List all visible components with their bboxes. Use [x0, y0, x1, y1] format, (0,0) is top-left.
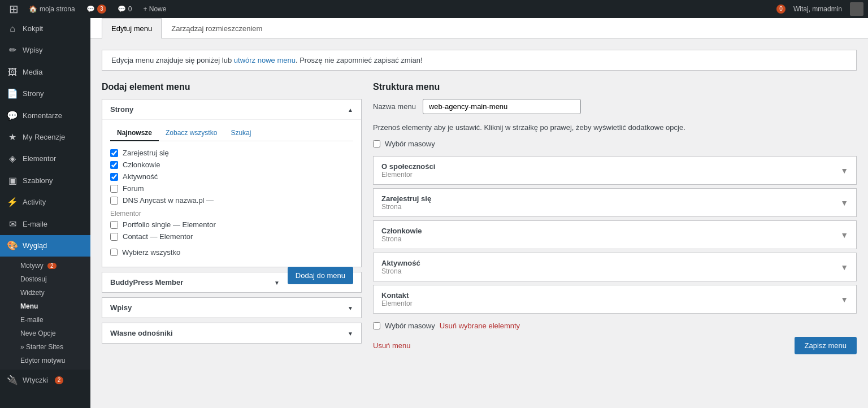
- sidebar-item-strony[interactable]: 📄 Strony: [0, 83, 90, 105]
- sidebar-item-wyglad[interactable]: 🎨 Wygląd: [0, 235, 90, 257]
- list-item: Contact — Elementor: [110, 231, 353, 242]
- elementor-icon: ◈: [7, 153, 18, 165]
- menu-item-expand-icon[interactable]: ▼: [840, 263, 848, 272]
- responses-link[interactable]: 💬 0: [112, 5, 138, 13]
- pages-list: Zarejestruj się Członkowie Aktywność: [110, 147, 353, 242]
- sidebar-subitem-dostosuj[interactable]: Dostosuj: [0, 272, 90, 286]
- sidebar-item-szablony[interactable]: ▣ Szablony: [0, 170, 90, 192]
- comments-icon: 💬: [7, 110, 18, 122]
- menu-item-spolecznosc: O społeczności Elementor ▼: [373, 156, 857, 185]
- menu-name-input[interactable]: [423, 99, 581, 114]
- inner-tabs: Najnowsze Zobacz wszystko Szukaj: [110, 125, 353, 141]
- appearance-icon: 🎨: [7, 240, 18, 252]
- delete-selected-link[interactable]: Usuń wybrane elelemnty: [440, 322, 520, 330]
- site-icon: 🏠: [29, 5, 37, 13]
- tabs-bar: Edytuj menu Zarządzaj rozmieszczeniem: [90, 18, 868, 38]
- sidebar: ⌂ Kokpit ✏ Wpisy 🖼 Media 📄 Strony 💬 Kome…: [0, 18, 90, 408]
- select-all-checkbox[interactable]: [110, 249, 118, 256]
- add-menu-panel: Dodaj element menu Strony Najnowsze Zoba…: [102, 82, 362, 348]
- sidebar-item-komentarze[interactable]: 💬 Komentarze: [0, 105, 90, 127]
- sidebar-item-activity[interactable]: ⚡ Activity: [0, 192, 90, 213]
- menu-items-list: O społeczności Elementor ▼ Zarejestruj s…: [373, 156, 857, 314]
- accordion-wpisy: Wpisy: [102, 297, 362, 318]
- bulk-select-bottom-row: Wybór masowy Usuń wybrane elelemnty: [373, 322, 857, 330]
- select-all-row: Wybierz wszystko: [110, 248, 353, 257]
- sidebar-item-elementor[interactable]: ◈ Elementor: [0, 148, 90, 170]
- accordion-header-strony[interactable]: Strony: [102, 99, 361, 119]
- tab-zarzadzaj[interactable]: Zarządzaj rozmieszczeniem: [162, 18, 272, 38]
- accordion-strony: Strony Najnowsze Zobacz wszystko Szukaj: [102, 99, 362, 267]
- page-checkbox-forum[interactable]: [110, 185, 118, 193]
- sidebar-item-wtyczki[interactable]: 🔌 Wtyczki 2: [0, 370, 90, 391]
- menu-item-czlonkowie: Członkowie Strona ▼: [373, 220, 857, 249]
- add-to-menu-button[interactable]: Dodaj do menu: [288, 267, 353, 284]
- create-menu-link[interactable]: utwórz nowe menu: [234, 56, 296, 64]
- page-checkbox-contact[interactable]: [110, 233, 118, 241]
- list-item: Zarejestruj się: [110, 147, 353, 159]
- menu-item-kontakt: Kontakt Elementor ▼: [373, 285, 857, 314]
- sidebar-subitem-widzety[interactable]: Widżety: [0, 286, 90, 300]
- menu-structure-title: Struktura menu: [373, 82, 857, 92]
- accordion-header-wpisy[interactable]: Wpisy: [102, 298, 361, 318]
- sidebar-subitem-neve[interactable]: Neve Opcje: [0, 327, 90, 340]
- avatar[interactable]: [850, 2, 863, 16]
- accordion-body-strony: Najnowsze Zobacz wszystko Szukaj Zarejes…: [102, 119, 361, 267]
- list-item: DNS Anycast w nazwa.pl —: [110, 194, 353, 206]
- reviews-icon: ★: [7, 131, 18, 144]
- page-checkbox-zarejestruj[interactable]: [110, 149, 118, 157]
- admin-bar: ⊞ 🏠 moja strona 💬 3 💬 0 + Nowe 0 Witaj, …: [0, 0, 868, 18]
- sidebar-item-emaile[interactable]: ✉ E-maile: [0, 214, 90, 235]
- menu-instruction: Przenoś elementy aby je ustawić. Kliknij…: [373, 123, 857, 132]
- bulk-select-top-row: Wybór masowy: [373, 140, 857, 148]
- responses-icon: 💬: [118, 5, 126, 13]
- email-icon: ✉: [7, 218, 18, 231]
- sidebar-item-wpisy[interactable]: ✏ Wpisy: [0, 40, 90, 61]
- bottom-bar: Usuń menu Zapisz menu: [373, 337, 857, 354]
- list-item: Aktywność: [110, 171, 353, 183]
- site-link[interactable]: 🏠 moja strona: [23, 5, 81, 13]
- chevron-down-icon: [348, 303, 353, 312]
- info-banner: Edycja menu znajduje się poniżej lub utw…: [102, 50, 857, 71]
- activity-icon: ⚡: [7, 196, 18, 209]
- add-menu-title: Dodaj element menu: [102, 82, 362, 92]
- accordion-header-buddypress[interactable]: BuddyPress Member: [102, 272, 288, 292]
- menu-item-expand-icon[interactable]: ▼: [840, 295, 848, 304]
- remove-menu-link[interactable]: Usuń menu: [373, 341, 410, 350]
- menu-item-expand-icon[interactable]: ▼: [840, 231, 848, 240]
- templates-icon: ▣: [7, 175, 18, 187]
- greet-label[interactable]: Witaj, mmadmin: [788, 5, 848, 13]
- menu-item-expand-icon[interactable]: ▼: [840, 198, 848, 207]
- sidebar-item-kokpit[interactable]: ⌂ Kokpit: [0, 18, 90, 40]
- comments-link[interactable]: 💬 3: [81, 5, 112, 14]
- menu-item-aktywnosc: Aktywność Strona ▼: [373, 253, 857, 281]
- list-item: Członkowie: [110, 159, 353, 171]
- pages-icon: 📄: [7, 88, 18, 100]
- wp-logo-icon[interactable]: ⊞: [5, 2, 23, 16]
- new-content-button[interactable]: + Nowe: [137, 5, 172, 13]
- sidebar-subitem-menu[interactable]: Menu: [0, 300, 90, 313]
- list-item: Elementor: [110, 206, 353, 219]
- bulk-select-top-checkbox[interactable]: [373, 140, 380, 147]
- page-checkbox-portfolio[interactable]: [110, 221, 118, 229]
- sidebar-subitem-motywy[interactable]: Motywy 2: [0, 259, 90, 272]
- accordion-wlasne: Własne odnośniki: [102, 323, 362, 344]
- list-item: Forum: [110, 183, 353, 194]
- posts-icon: ✏: [7, 44, 18, 57]
- save-menu-button[interactable]: Zapisz menu: [795, 337, 857, 354]
- sidebar-submenu: Motywy 2 Dostosuj Widżety Menu E-maile N…: [0, 257, 90, 370]
- tab-najnowsze[interactable]: Najnowsze: [110, 125, 159, 141]
- bulk-select-bottom-checkbox[interactable]: [373, 322, 380, 329]
- page-checkbox-czlonkowie[interactable]: [110, 161, 118, 169]
- sidebar-item-media[interactable]: 🖼 Media: [0, 62, 90, 83]
- page-checkbox-dns[interactable]: [110, 197, 118, 205]
- tab-szukaj[interactable]: Szukaj: [224, 125, 258, 141]
- tab-edytuj[interactable]: Edytuj menu: [102, 18, 162, 38]
- sidebar-item-recenzje[interactable]: ★ My Recenzje: [0, 127, 90, 148]
- accordion-header-wlasne[interactable]: Własne odnośniki: [102, 323, 361, 343]
- sidebar-subitem-emaile[interactable]: E-maile: [0, 313, 90, 327]
- sidebar-subitem-starter[interactable]: » Starter Sites: [0, 340, 90, 354]
- menu-item-expand-icon[interactable]: ▼: [840, 166, 848, 175]
- tab-wszystko[interactable]: Zobacz wszystko: [159, 125, 224, 141]
- page-checkbox-aktywnosc[interactable]: [110, 173, 118, 181]
- sidebar-subitem-edytor[interactable]: Edytor motywu: [0, 354, 90, 367]
